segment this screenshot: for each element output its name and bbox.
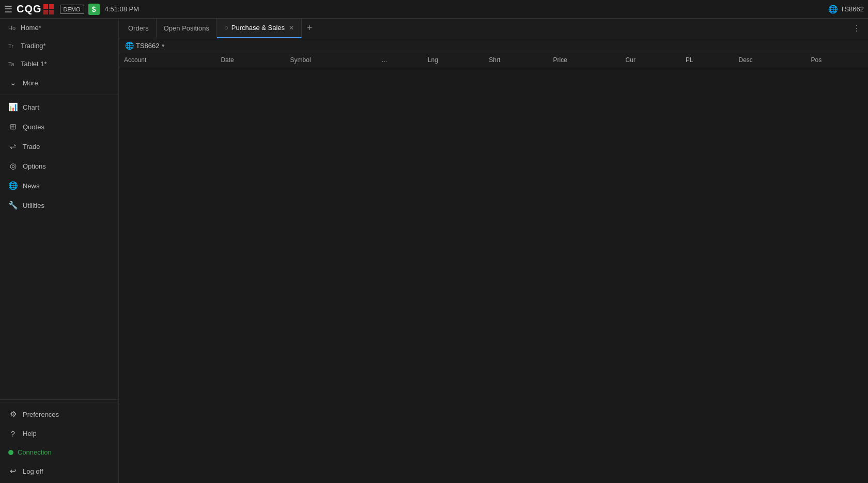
tab-open-positions-label: Open Positions bbox=[164, 24, 209, 32]
chart-icon: 📊 bbox=[8, 102, 18, 112]
purchase-sales-table: Account Date Symbol ... Lng Shrt Price C… bbox=[119, 53, 868, 67]
col-desc: Desc bbox=[734, 53, 806, 67]
sidebar-utilities-label: Utilities bbox=[23, 202, 110, 209]
sidebar-tablet-label: Tablet 1* bbox=[21, 60, 110, 68]
account-selector[interactable]: TS8662 ▾ bbox=[136, 42, 165, 50]
utilities-icon: 🔧 bbox=[8, 201, 18, 210]
account-row: 🌐 TS8662 ▾ bbox=[119, 38, 868, 53]
sidebar-help-label: Help bbox=[23, 430, 110, 437]
topbar-username: TS8662 bbox=[840, 5, 864, 13]
table-container: Account Date Symbol ... Lng Shrt Price C… bbox=[119, 53, 868, 483]
options-icon: ◎ bbox=[8, 161, 18, 171]
sidebar-quotes-label: Quotes bbox=[23, 123, 110, 131]
quotes-icon: ⊞ bbox=[8, 122, 18, 131]
col-shrt: Shrt bbox=[484, 53, 548, 67]
table-header: Account Date Symbol ... Lng Shrt Price C… bbox=[119, 53, 868, 67]
topbar: ☰ CQG DEMO $ 4:51:08 PM 🌐 TS8662 bbox=[0, 0, 868, 19]
sidebar: Ho Home* Tr Trading* Ta Tablet 1* ⌄ More… bbox=[0, 19, 119, 483]
topbar-time: 4:51:08 PM bbox=[105, 5, 829, 13]
sidebar-news-label: News bbox=[23, 182, 110, 190]
help-icon: ? bbox=[8, 429, 18, 438]
sidebar-more-label: More bbox=[23, 79, 110, 87]
sidebar-item-more[interactable]: ⌄ More bbox=[0, 73, 118, 93]
account-globe-icon: 🌐 bbox=[125, 41, 134, 50]
logo-cell-4 bbox=[49, 10, 54, 14]
sidebar-item-connection[interactable]: Connection bbox=[0, 443, 118, 461]
sidebar-item-logoff[interactable]: ↩ Log off bbox=[0, 461, 118, 481]
news-icon: 🌐 bbox=[8, 181, 18, 190]
trade-icon: ⇌ bbox=[8, 142, 18, 151]
account-name: TS8662 bbox=[136, 42, 160, 50]
tab-purchase-sales-label: Purchase & Sales bbox=[231, 24, 285, 32]
sidebar-item-news[interactable]: 🌐 News bbox=[0, 176, 118, 195]
logoff-icon: ↩ bbox=[8, 466, 18, 476]
col-pos: Pos bbox=[806, 53, 868, 67]
sidebar-item-options[interactable]: ◎ Options bbox=[0, 156, 118, 176]
col-cur: Cur bbox=[621, 53, 680, 67]
tablet-prefix: Ta bbox=[8, 61, 19, 67]
tabs-bar: Orders Open Positions ○ Purchase & Sales… bbox=[119, 19, 868, 38]
sidebar-item-home[interactable]: Ho Home* bbox=[0, 19, 118, 37]
connection-dot bbox=[8, 450, 13, 455]
sidebar-connection-label: Connection bbox=[18, 448, 110, 456]
sidebar-logoff-label: Log off bbox=[23, 467, 110, 475]
table-header-row: Account Date Symbol ... Lng Shrt Price C… bbox=[119, 53, 868, 67]
demo-badge: DEMO bbox=[60, 5, 84, 14]
account-dropdown-icon: ▾ bbox=[162, 42, 165, 49]
sidebar-bottom: ⚙ Preferences ? Help Connection ↩ Log of… bbox=[0, 399, 118, 483]
sidebar-trade-label: Trade bbox=[23, 143, 110, 150]
sidebar-divider-1 bbox=[0, 95, 118, 95]
sidebar-item-chart[interactable]: 📊 Chart bbox=[0, 97, 118, 117]
sidebar-preferences-label: Preferences bbox=[23, 411, 110, 418]
sidebar-item-trading[interactable]: Tr Trading* bbox=[0, 37, 118, 55]
add-tab-button[interactable]: + bbox=[302, 23, 318, 34]
logo-cell-1 bbox=[43, 4, 48, 9]
tab-purchase-sales[interactable]: ○ Purchase & Sales ✕ bbox=[217, 19, 302, 38]
sidebar-item-help[interactable]: ? Help bbox=[0, 424, 118, 443]
sidebar-top: Ho Home* Tr Trading* Ta Tablet 1* ⌄ More… bbox=[0, 19, 118, 399]
sidebar-divider-2 bbox=[0, 402, 118, 402]
sidebar-item-preferences[interactable]: ⚙ Preferences bbox=[0, 404, 118, 424]
tab-open-positions[interactable]: Open Positions bbox=[157, 19, 217, 38]
sidebar-home-label: Home* bbox=[21, 24, 110, 32]
topbar-user[interactable]: 🌐 TS8662 bbox=[828, 5, 864, 14]
sidebar-item-trade[interactable]: ⇌ Trade bbox=[0, 137, 118, 156]
col-account: Account bbox=[119, 53, 215, 67]
preferences-icon: ⚙ bbox=[8, 410, 18, 419]
tab-refresh-icon[interactable]: ○ bbox=[224, 24, 228, 32]
sidebar-item-utilities[interactable]: 🔧 Utilities bbox=[0, 195, 118, 215]
home-prefix: Ho bbox=[8, 25, 19, 31]
sidebar-item-quotes[interactable]: ⊞ Quotes bbox=[0, 117, 118, 137]
more-chevron-icon: ⌄ bbox=[8, 78, 18, 87]
user-globe-icon: 🌐 bbox=[828, 5, 838, 14]
logo-text: CQG bbox=[17, 3, 42, 15]
main-layout: Ho Home* Tr Trading* Ta Tablet 1* ⌄ More… bbox=[0, 19, 868, 483]
sidebar-chart-label: Chart bbox=[23, 103, 110, 111]
sidebar-options-label: Options bbox=[23, 162, 110, 170]
logo-grid-icon bbox=[43, 4, 54, 14]
col-lng: Lng bbox=[423, 53, 484, 67]
more-tabs-button[interactable]: ⋮ bbox=[847, 23, 866, 33]
col-price: Price bbox=[548, 53, 621, 67]
dollar-badge[interactable]: $ bbox=[88, 4, 100, 15]
col-date: Date bbox=[215, 53, 285, 67]
sidebar-trading-label: Trading* bbox=[21, 42, 110, 50]
col-pl: PL bbox=[680, 53, 734, 67]
logo-cell-3 bbox=[43, 10, 48, 14]
content-area: Orders Open Positions ○ Purchase & Sales… bbox=[119, 19, 868, 483]
tab-close-icon[interactable]: ✕ bbox=[289, 24, 294, 32]
sidebar-item-tablet[interactable]: Ta Tablet 1* bbox=[0, 55, 118, 73]
menu-icon[interactable]: ☰ bbox=[4, 4, 12, 15]
trading-prefix: Tr bbox=[8, 43, 19, 49]
col-ellipsis: ... bbox=[377, 53, 423, 67]
col-symbol: Symbol bbox=[285, 53, 377, 67]
logo-cell-2 bbox=[49, 4, 54, 9]
tab-orders-label: Orders bbox=[128, 24, 149, 32]
logo: CQG bbox=[17, 3, 54, 15]
tab-orders[interactable]: Orders bbox=[121, 19, 157, 38]
